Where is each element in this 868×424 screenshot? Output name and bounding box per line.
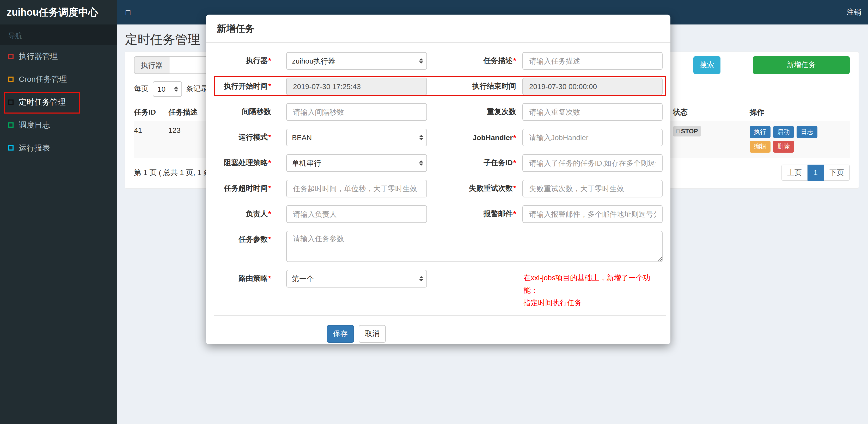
repeat-count-input[interactable] bbox=[522, 103, 662, 121]
jobhandler-label: JobHandler* bbox=[427, 133, 516, 142]
square-icon bbox=[8, 54, 13, 59]
required-asterisk: * bbox=[268, 209, 271, 218]
end-time-label: 执行结束时间 bbox=[427, 82, 516, 91]
square-icon bbox=[8, 145, 13, 151]
stop-square-icon: □ bbox=[676, 128, 680, 135]
edit-button[interactable]: 编辑 bbox=[750, 141, 771, 153]
sidebar-item-executor-manage[interactable]: 执行器管理 bbox=[0, 45, 117, 68]
sidebar-item-label: Cron任务管理 bbox=[19, 74, 67, 84]
sidebar-item-run-report[interactable]: 运行报表 bbox=[0, 136, 117, 159]
executor-label: 执行器* bbox=[216, 56, 271, 66]
required-asterisk: * bbox=[268, 133, 271, 141]
interval-input[interactable] bbox=[286, 103, 427, 121]
alarm-email-input[interactable] bbox=[522, 205, 662, 223]
per-page-select[interactable]: 10 bbox=[153, 81, 182, 97]
required-asterisk: * bbox=[268, 82, 271, 90]
search-button[interactable]: 搜索 bbox=[693, 56, 720, 74]
form-row-params: 任务参数* bbox=[216, 231, 662, 262]
executor-filter-label: 执行器 bbox=[134, 56, 169, 74]
sidebar-item-cron-job-manage[interactable]: Cron任务管理 bbox=[0, 68, 117, 91]
per-page-label: 每页 bbox=[134, 85, 149, 94]
square-icon bbox=[8, 76, 13, 82]
required-asterisk: * bbox=[513, 56, 516, 65]
save-button[interactable]: 保存 bbox=[327, 325, 354, 343]
page-1-button[interactable]: 1 bbox=[808, 165, 824, 181]
modal-title: 新增任务 bbox=[206, 14, 671, 43]
child-jobid-input[interactable] bbox=[522, 154, 662, 172]
run-mode-label: 运行模式* bbox=[216, 133, 271, 142]
required-asterisk: * bbox=[513, 158, 516, 167]
route-strategy-label: 路由策略* bbox=[216, 270, 271, 283]
app-window: zuihou任务调度中心 □ 注销 导航 执行器管理 Cron任务管理 定时任务… bbox=[0, 0, 868, 424]
sidebar-item-timed-job-manage[interactable]: 定时任务管理 bbox=[0, 91, 117, 113]
required-asterisk: * bbox=[268, 184, 271, 192]
toolbar-actions: 搜索 新增任务 bbox=[693, 56, 850, 74]
start-time-input[interactable] bbox=[286, 77, 427, 95]
sidebar-item-label: 执行器管理 bbox=[19, 51, 58, 61]
feature-note-line1: 在xxl-jobs项目的基础上，新增了一个功能： bbox=[523, 271, 662, 296]
sidebar-item-dispatch-log[interactable]: 调度日志 bbox=[0, 113, 117, 136]
job-desc-input[interactable] bbox=[522, 52, 662, 70]
sidebar-toggle-icon[interactable]: □ bbox=[126, 0, 130, 25]
start-time-label: 执行开始时间* bbox=[216, 82, 271, 91]
timeout-input[interactable] bbox=[286, 180, 427, 197]
form-row: 负责人* 报警邮件* bbox=[216, 205, 662, 223]
cell-job-id: 41 bbox=[134, 126, 168, 153]
form-row-time-range: 执行开始时间* 执行结束时间 bbox=[216, 77, 662, 95]
form-row-route: 路由策略* 第一个 在xxl-jobs项目的基础上，新增了一个功能： 指定时间执… bbox=[216, 270, 662, 309]
executor-select[interactable]: zuihou执行器 bbox=[286, 52, 427, 70]
sidebar-item-label: 定时任务管理 bbox=[19, 97, 66, 107]
modal-body: 执行器* zuihou执行器 任务描述* 执行开始时间* 执行结束时间 间隔秒数… bbox=[206, 43, 671, 343]
required-asterisk: * bbox=[268, 158, 271, 167]
required-asterisk: * bbox=[513, 209, 516, 218]
app-brand[interactable]: zuihou任务调度中心 bbox=[0, 0, 117, 25]
alarm-email-label: 报警邮件* bbox=[427, 209, 516, 219]
interval-label: 间隔秒数 bbox=[216, 107, 271, 117]
form-row: 运行模式* BEAN JobHandler* bbox=[216, 129, 662, 146]
end-time-input[interactable] bbox=[522, 77, 662, 95]
fail-retry-label: 失败重试次数* bbox=[427, 184, 516, 193]
col-header-job-id: 任务ID bbox=[134, 108, 168, 117]
required-asterisk: * bbox=[268, 274, 271, 282]
sidebar: 导航 执行器管理 Cron任务管理 定时任务管理 调度日志 运行报表 bbox=[0, 25, 117, 424]
col-header-actions: 操作 bbox=[750, 108, 850, 117]
start-button[interactable]: 启动 bbox=[773, 126, 794, 138]
repeat-count-label: 重复次数 bbox=[427, 107, 516, 117]
owner-input[interactable] bbox=[286, 205, 427, 223]
required-asterisk: * bbox=[513, 184, 516, 192]
prev-page-button[interactable]: 上页 bbox=[781, 165, 808, 181]
fail-retry-input[interactable] bbox=[522, 180, 662, 197]
jobhandler-input[interactable] bbox=[522, 129, 662, 146]
required-asterisk: * bbox=[268, 56, 271, 65]
square-icon bbox=[8, 99, 13, 105]
required-asterisk: * bbox=[513, 133, 516, 142]
feature-note-line2: 指定时间执行任务 bbox=[523, 296, 662, 309]
run-mode-select[interactable]: BEAN bbox=[286, 129, 427, 146]
status-text: STOP bbox=[681, 128, 698, 135]
square-icon bbox=[8, 122, 13, 128]
logout-link[interactable]: 注销 bbox=[847, 0, 861, 25]
form-row: 任务超时时间* 失败重试次数* bbox=[216, 180, 662, 197]
block-strategy-label: 阻塞处理策略* bbox=[216, 158, 271, 168]
block-strategy-select[interactable]: 单机串行 bbox=[286, 154, 427, 172]
sidebar-item-label: 运行报表 bbox=[19, 143, 50, 153]
col-header-status: 状态 bbox=[673, 108, 750, 117]
next-page-button[interactable]: 下页 bbox=[824, 165, 850, 181]
feature-note: 在xxl-jobs项目的基础上，新增了一个功能： 指定时间执行任务 bbox=[523, 270, 662, 309]
delete-button[interactable]: 删除 bbox=[773, 141, 794, 153]
add-job-modal: 新增任务 执行器* zuihou执行器 任务描述* 执行开始时间* 执行结束时间… bbox=[206, 14, 671, 344]
required-asterisk: * bbox=[268, 235, 271, 243]
add-job-button[interactable]: 新增任务 bbox=[753, 56, 850, 74]
run-button[interactable]: 执行 bbox=[750, 126, 771, 138]
status-badge: □ STOP bbox=[673, 126, 701, 136]
cell-actions: 执行 启动 日志 编辑 删除 bbox=[750, 126, 850, 153]
job-params-label: 任务参数* bbox=[216, 231, 271, 244]
cancel-button[interactable]: 取消 bbox=[359, 325, 386, 343]
route-strategy-select[interactable]: 第一个 bbox=[286, 270, 427, 288]
form-row: 阻塞处理策略* 单机串行 子任务ID* bbox=[216, 154, 662, 172]
log-button[interactable]: 日志 bbox=[797, 126, 817, 138]
job-desc-label: 任务描述* bbox=[427, 56, 516, 66]
job-params-textarea[interactable] bbox=[286, 231, 662, 262]
sidebar-item-label: 调度日志 bbox=[19, 120, 50, 130]
owner-label: 负责人* bbox=[216, 209, 271, 219]
